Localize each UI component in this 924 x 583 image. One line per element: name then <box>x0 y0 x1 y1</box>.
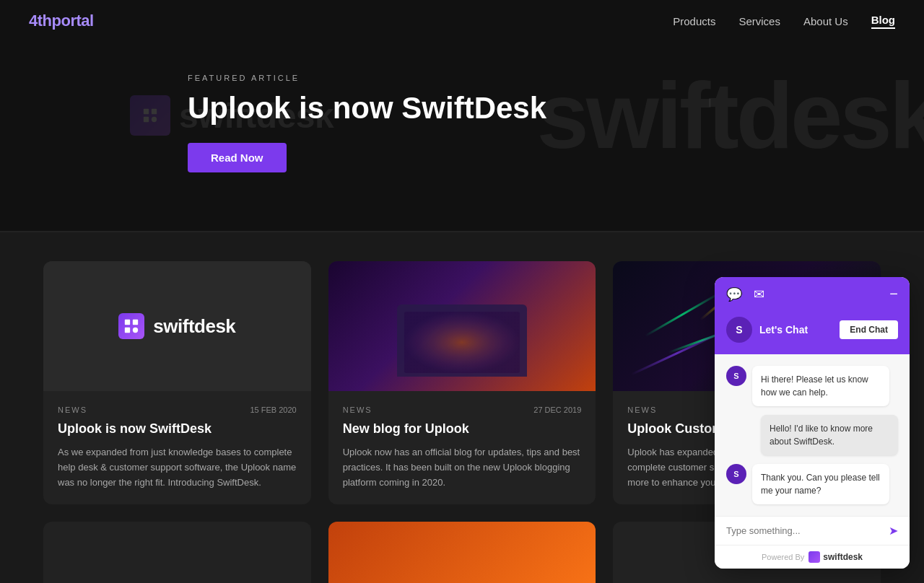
chat-subheader: S Let's Chat End Chat <box>715 311 910 354</box>
nav-products[interactable]: Products <box>673 15 715 27</box>
chat-message-1: S Hi there! Please let us know how we ca… <box>726 366 898 406</box>
chat-footer: Powered By swiftdesk <box>715 545 910 569</box>
card-meta-1: NEWS 15 FEB 2020 <box>58 406 297 414</box>
chat-header-icons: 💬 ✉ <box>726 286 764 302</box>
card-body-1: NEWS 15 FEB 2020 Uplook is now SwiftDesk… <box>43 391 311 504</box>
card-swiftdesk[interactable]: swiftdesk NEWS 15 FEB 2020 Uplook is now… <box>43 261 311 504</box>
msg-bubble-2: Hello! I'd like to know more about Swift… <box>761 415 898 455</box>
chat-agent-info: S Let's Chat <box>726 317 808 343</box>
footer-brand-text: swiftdesk <box>823 552 863 562</box>
card-logo-text: swiftdesk <box>153 315 235 338</box>
chat-footer-logo: swiftdesk <box>808 551 863 563</box>
svg-rect-11 <box>404 312 520 373</box>
nav-about[interactable]: About Us <box>803 15 848 27</box>
svg-rect-0 <box>144 109 149 114</box>
svg-rect-2 <box>144 117 149 122</box>
chat-icon[interactable]: 💬 <box>726 286 742 302</box>
card-body-2: NEWS 27 DEC 2019 New blog for Uplook Upl… <box>328 391 596 504</box>
chat-header: 💬 ✉ − <box>715 277 910 311</box>
card-title-2: New blog for Uplook <box>343 421 582 437</box>
card-title-1: Uplook is now SwiftDesk <box>58 421 297 437</box>
chat-message-3: S Thank you. Can you please tell me your… <box>726 464 898 504</box>
email-icon[interactable]: ✉ <box>754 286 764 302</box>
chat-widget: 💬 ✉ − S Let's Chat End Chat S Hi there! … <box>715 277 910 569</box>
nav-links: Products Services About Us Blog <box>673 14 895 29</box>
nav-services[interactable]: Services <box>738 15 780 27</box>
card-date-2: 27 DEC 2019 <box>533 406 581 414</box>
navbar: 4thportal Products Services About Us Blo… <box>0 0 924 42</box>
read-now-button[interactable]: Read Now <box>188 143 287 172</box>
footer-sd-icon <box>808 551 820 563</box>
card-placeholder-2 <box>328 522 596 583</box>
msg-bubble-1: Hi there! Please let us know how we can … <box>752 366 889 406</box>
minimize-icon[interactable]: − <box>889 286 898 302</box>
card-meta-2: NEWS 27 DEC 2019 <box>343 406 582 414</box>
svg-rect-1 <box>152 109 157 114</box>
msg-avatar-3: S <box>726 464 746 484</box>
card-placeholder-1 <box>43 522 311 583</box>
card-logo-area: swiftdesk <box>43 261 311 391</box>
card-desc-2: Uplook now has an official blog for upda… <box>343 445 582 490</box>
chat-input-area: ➤ <box>715 516 910 545</box>
chat-messages: S Hi there! Please let us know how we ca… <box>715 354 910 516</box>
agent-avatar: S <box>726 317 752 343</box>
send-icon[interactable]: ➤ <box>889 524 898 538</box>
card-tag-3: NEWS <box>627 406 657 414</box>
card-desc-1: As we expanded from just knowledge bases… <box>58 445 297 490</box>
card-tag-2: NEWS <box>343 406 372 414</box>
chat-title: Let's Chat <box>759 324 808 336</box>
svg-rect-5 <box>133 320 138 325</box>
svg-rect-4 <box>125 320 130 325</box>
msg-bubble-3: Thank you. Can you please tell me your n… <box>752 464 889 504</box>
svg-point-3 <box>152 117 157 122</box>
chat-message-2: Hello! I'd like to know more about Swift… <box>726 415 898 455</box>
msg-avatar-1: S <box>726 366 746 386</box>
featured-label: FEATURED ARTICLE <box>188 74 546 82</box>
svg-point-7 <box>133 328 138 333</box>
hero-title: Uplook is now SwiftDesk <box>188 91 546 126</box>
hero-content: FEATURED ARTICLE Uplook is now SwiftDesk… <box>188 74 546 172</box>
hero-bg-text: swiftdesk <box>537 61 924 170</box>
card-tag-1: NEWS <box>58 406 87 414</box>
card-img-laptop <box>328 261 596 391</box>
powered-by-text: Powered By <box>762 553 804 561</box>
card-blog[interactable]: NEWS 27 DEC 2019 New blog for Uplook Upl… <box>328 261 596 504</box>
chat-input[interactable] <box>726 525 889 536</box>
nav-blog[interactable]: Blog <box>871 14 895 29</box>
end-chat-button[interactable]: End Chat <box>840 320 898 339</box>
card-date-1: 15 FEB 2020 <box>250 406 296 414</box>
svg-rect-6 <box>125 328 130 333</box>
logo[interactable]: 4thportal <box>29 12 94 30</box>
